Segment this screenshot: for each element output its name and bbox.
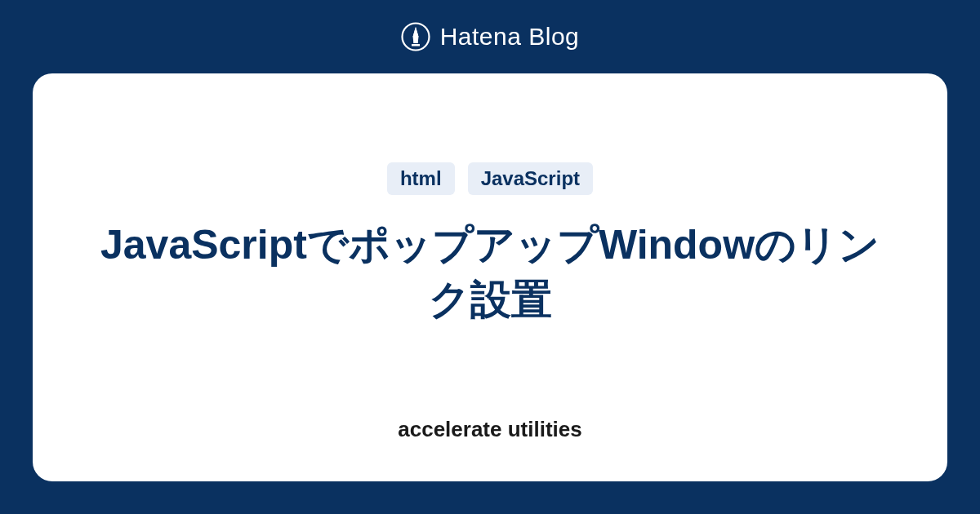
blog-name: accelerate utilities	[398, 417, 581, 442]
brand-text: Hatena Blog	[440, 23, 580, 51]
svg-rect-2	[412, 44, 420, 47]
tag-javascript[interactable]: JavaScript	[468, 162, 593, 195]
card-wrapper: html JavaScript JavaScriptでポップアップWindowの…	[0, 73, 980, 514]
article-title: JavaScriptでポップアップWindowのリンク設置	[82, 218, 898, 328]
content-card: html JavaScript JavaScriptでポップアップWindowの…	[33, 73, 947, 481]
hatena-logo-icon	[401, 22, 430, 51]
svg-rect-1	[413, 37, 417, 43]
tag-html[interactable]: html	[387, 162, 455, 195]
header: Hatena Blog	[0, 0, 980, 73]
tags-container: html JavaScript	[387, 162, 593, 195]
